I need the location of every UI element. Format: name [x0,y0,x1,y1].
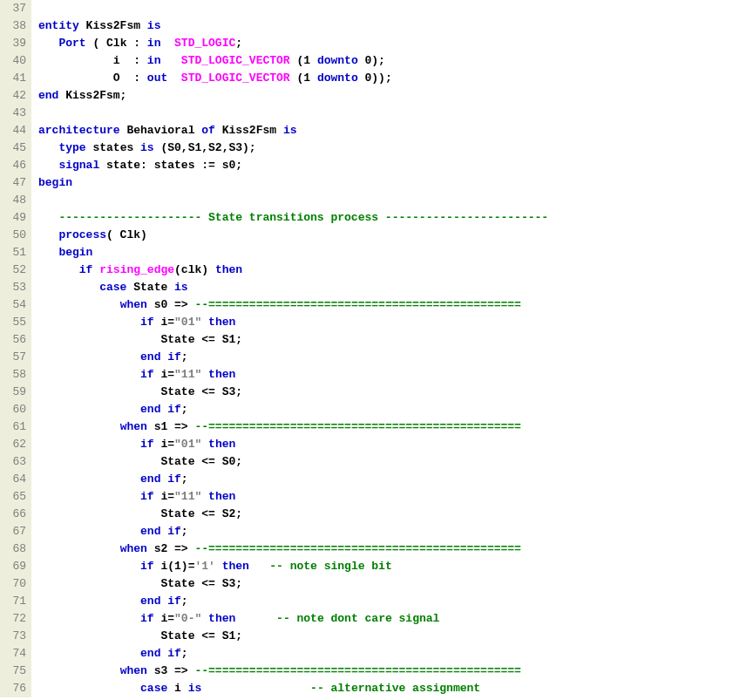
token-str: '1' [194,560,214,573]
code-line: architecture Behavioral of Kiss2Fsm is [38,122,548,139]
token-txt: State <= S0; [38,455,242,468]
token-txt: i= [154,316,174,329]
code-line: O : out STD_LOGIC_VECTOR (1 downto 0)); [38,70,548,87]
token-kw: then [208,490,235,503]
line-number: 49 [3,209,26,227]
token-cmt: -- note dont care signal [276,612,439,625]
line-number: 62 [3,436,26,453]
code-line: when s0 => --===========================… [38,296,548,314]
token-txt [38,141,58,154]
code-area[interactable]: entity Kiss2Fsm is Port ( Clk : in STD_L… [31,0,548,697]
line-number: 42 [3,87,26,105]
code-line: if i="11" then [38,366,548,384]
token-txt [38,542,120,555]
line-number: 66 [3,506,26,523]
token-txt: 0)); [358,71,392,85]
code-line: begin [38,244,548,262]
code-line: when s2 => --===========================… [38,540,548,558]
token-txt [38,595,140,608]
code-line: case i is -- alternative assignment [38,680,548,697]
token-txt: i= [154,368,174,381]
line-number: 55 [3,314,26,331]
token-txt: s3 => [147,664,195,677]
token-kw: if [167,350,181,364]
token-txt: Behavioral [120,124,202,137]
token-txt: states [86,141,140,154]
code-line: end if; [38,349,548,366]
token-txt [38,350,140,364]
token-kw: in [147,54,161,67]
token-txt: ; [181,595,188,608]
token-kw: architecture [38,124,120,137]
token-txt: i : [38,54,147,67]
line-number: 43 [3,105,26,122]
token-kw: if [140,368,154,381]
code-line: State <= S3; [38,384,548,401]
code-line: State <= S2; [38,506,548,523]
token-kw: if [167,647,181,660]
line-number: 44 [3,122,26,139]
token-txt [38,211,58,224]
token-kw: when [120,542,147,555]
token-txt: ; [181,350,188,364]
line-number: 50 [3,227,26,244]
line-number: 38 [3,17,26,35]
token-txt [38,472,140,486]
line-number: 47 [3,174,26,192]
token-kw: end [140,595,160,608]
token-kw: is [147,19,161,32]
code-line: if i="0-" then -- note dont care signal [38,610,548,628]
token-cmt: --------------------- State transitions … [58,211,548,224]
token-kw: out [147,71,167,85]
token-txt [235,612,276,625]
line-number: 64 [3,471,26,488]
token-txt [38,246,58,259]
token-txt [38,281,99,294]
line-number: 57 [3,349,26,366]
token-txt [38,159,58,172]
line-number: 61 [3,418,26,436]
token-txt [160,37,174,50]
token-txt [201,682,310,695]
line-number: 58 [3,366,26,384]
token-txt [38,263,79,276]
line-number: 54 [3,296,26,314]
token-type: STD_LOGIC_VECTOR [181,71,290,85]
token-txt [38,368,140,381]
line-number: 67 [3,523,26,540]
token-kw: is [174,281,188,294]
code-line: if rising_edge(clk) then [38,262,548,279]
token-kw: then [215,263,242,276]
token-txt: State [126,281,174,294]
token-txt: ; [181,525,188,538]
line-number: 74 [3,645,26,663]
code-line [38,0,548,17]
code-line: end if; [38,523,548,540]
token-txt: State <= S3; [38,385,242,398]
line-number: 68 [3,540,26,558]
token-txt: (1 [290,54,317,67]
token-func: rising_edge [99,263,174,276]
token-txt [38,612,140,625]
token-kw: end [140,403,160,416]
token-txt: s1 => [147,420,195,433]
token-kw: then [208,368,235,381]
code-line: process( Clk) [38,227,548,244]
code-line: end if; [38,471,548,488]
token-txt: s2 => [147,542,195,555]
token-kw: begin [38,176,72,189]
code-line: end if; [38,645,548,663]
token-txt [38,664,120,677]
line-number: 37 [3,0,26,17]
token-cmt: -- alternative assignment [310,682,480,695]
token-kw: case [140,682,167,695]
code-line: case State is [38,279,548,296]
token-txt: State <= S2; [38,507,242,520]
code-line: entity Kiss2Fsm is [38,17,548,35]
code-line: State <= S1; [38,331,548,349]
token-txt: ( Clk : [86,37,147,50]
token-txt: i= [154,612,174,625]
token-txt [167,71,181,85]
token-type: STD_LOGIC_VECTOR [181,54,290,67]
token-kw: if [79,263,93,276]
